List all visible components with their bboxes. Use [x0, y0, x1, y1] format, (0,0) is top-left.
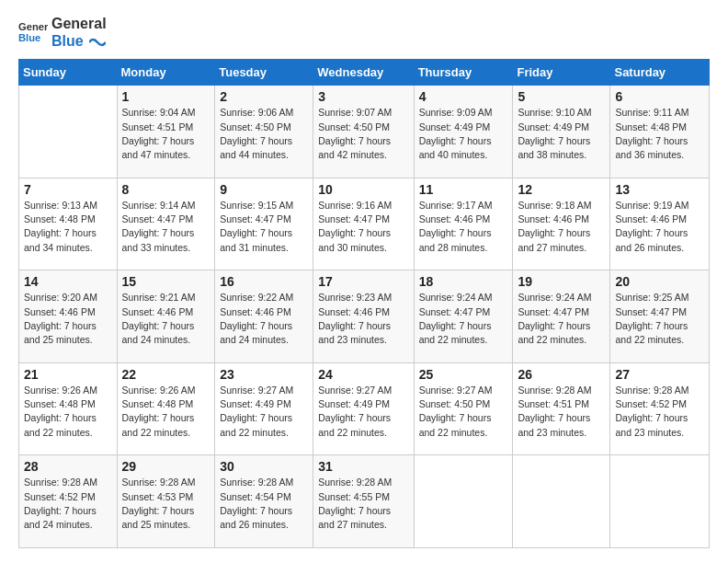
- logo-icon: General Blue: [18, 17, 48, 47]
- day-number: 30: [220, 459, 308, 474]
- calendar-header-row: SundayMondayTuesdayWednesdayThursdayFrid…: [19, 60, 710, 86]
- day-number: 17: [318, 274, 408, 289]
- calendar-cell: 3Sunrise: 9:07 AMSunset: 4:50 PMDaylight…: [313, 86, 414, 178]
- calendar-cell: [19, 86, 118, 178]
- col-header-thursday: Thursday: [414, 60, 513, 86]
- day-number: 15: [122, 274, 210, 289]
- day-info: Sunrise: 9:10 AMSunset: 4:49 PMDaylight:…: [518, 106, 605, 162]
- logo-blue: Blue: [51, 32, 107, 50]
- day-info: Sunrise: 9:27 AMSunset: 4:49 PMDaylight:…: [318, 384, 408, 440]
- day-info: Sunrise: 9:11 AMSunset: 4:48 PMDaylight:…: [615, 106, 704, 162]
- day-number: 20: [615, 274, 704, 289]
- day-info: Sunrise: 9:27 AMSunset: 4:50 PMDaylight:…: [419, 384, 508, 440]
- day-info: Sunrise: 9:18 AMSunset: 4:46 PMDaylight:…: [518, 199, 605, 255]
- day-info: Sunrise: 9:19 AMSunset: 4:46 PMDaylight:…: [615, 199, 704, 255]
- day-info: Sunrise: 9:17 AMSunset: 4:46 PMDaylight:…: [419, 199, 508, 255]
- calendar-cell: 17Sunrise: 9:23 AMSunset: 4:46 PMDayligh…: [313, 270, 414, 363]
- calendar-cell: 13Sunrise: 9:19 AMSunset: 4:46 PMDayligh…: [610, 178, 710, 270]
- day-number: 14: [24, 274, 112, 289]
- day-number: 8: [122, 182, 210, 197]
- calendar-cell: 27Sunrise: 9:28 AMSunset: 4:52 PMDayligh…: [610, 362, 710, 455]
- day-number: 31: [318, 459, 408, 474]
- calendar-cell: 10Sunrise: 9:16 AMSunset: 4:47 PMDayligh…: [313, 178, 414, 270]
- col-header-friday: Friday: [513, 60, 610, 86]
- day-number: 29: [122, 459, 210, 474]
- calendar-cell: 5Sunrise: 9:10 AMSunset: 4:49 PMDaylight…: [513, 86, 610, 178]
- day-info: Sunrise: 9:28 AMSunset: 4:53 PMDaylight:…: [122, 476, 210, 532]
- day-info: Sunrise: 9:21 AMSunset: 4:46 PMDaylight:…: [122, 291, 210, 347]
- calendar-cell: 19Sunrise: 9:24 AMSunset: 4:47 PMDayligh…: [513, 270, 610, 363]
- day-info: Sunrise: 9:09 AMSunset: 4:49 PMDaylight:…: [419, 106, 508, 162]
- calendar-cell: 7Sunrise: 9:13 AMSunset: 4:48 PMDaylight…: [19, 178, 118, 270]
- col-header-saturday: Saturday: [610, 60, 710, 86]
- day-number: 26: [518, 367, 605, 382]
- day-info: Sunrise: 9:28 AMSunset: 4:54 PMDaylight:…: [220, 476, 308, 532]
- day-number: 18: [419, 274, 508, 289]
- calendar-cell: 23Sunrise: 9:27 AMSunset: 4:49 PMDayligh…: [215, 362, 313, 455]
- day-info: Sunrise: 9:28 AMSunset: 4:52 PMDaylight:…: [24, 476, 112, 532]
- calendar-cell: 11Sunrise: 9:17 AMSunset: 4:46 PMDayligh…: [414, 178, 513, 270]
- day-info: Sunrise: 9:26 AMSunset: 4:48 PMDaylight:…: [24, 384, 112, 440]
- day-number: 13: [615, 182, 704, 197]
- calendar-cell: 25Sunrise: 9:27 AMSunset: 4:50 PMDayligh…: [414, 362, 513, 455]
- page: General Blue General Blue SundayMondayTu…: [0, 0, 728, 563]
- calendar-cell: 1Sunrise: 9:04 AMSunset: 4:51 PMDaylight…: [117, 86, 215, 178]
- calendar-cell: 22Sunrise: 9:26 AMSunset: 4:48 PMDayligh…: [117, 362, 215, 455]
- logo-general: General: [51, 15, 107, 32]
- day-number: 12: [518, 182, 605, 197]
- day-info: Sunrise: 9:13 AMSunset: 4:48 PMDaylight:…: [24, 199, 112, 255]
- day-info: Sunrise: 9:28 AMSunset: 4:51 PMDaylight:…: [518, 384, 605, 440]
- day-number: 27: [615, 367, 704, 382]
- calendar-cell: 21Sunrise: 9:26 AMSunset: 4:48 PMDayligh…: [19, 362, 118, 455]
- col-header-wednesday: Wednesday: [313, 60, 414, 86]
- col-header-monday: Monday: [117, 60, 215, 86]
- col-header-tuesday: Tuesday: [215, 60, 313, 86]
- day-number: 11: [419, 182, 508, 197]
- calendar-cell: 28Sunrise: 9:28 AMSunset: 4:52 PMDayligh…: [19, 455, 118, 548]
- day-number: 22: [122, 367, 210, 382]
- day-info: Sunrise: 9:25 AMSunset: 4:47 PMDaylight:…: [615, 291, 704, 347]
- day-info: Sunrise: 9:23 AMSunset: 4:46 PMDaylight:…: [318, 291, 408, 347]
- week-row-0: 1Sunrise: 9:04 AMSunset: 4:51 PMDaylight…: [19, 86, 710, 178]
- day-info: Sunrise: 9:20 AMSunset: 4:46 PMDaylight:…: [24, 291, 112, 347]
- week-row-1: 7Sunrise: 9:13 AMSunset: 4:48 PMDaylight…: [19, 178, 710, 270]
- calendar-cell: 29Sunrise: 9:28 AMSunset: 4:53 PMDayligh…: [117, 455, 215, 548]
- day-number: 16: [220, 274, 308, 289]
- day-info: Sunrise: 9:28 AMSunset: 4:55 PMDaylight:…: [318, 476, 408, 532]
- logo-wave-icon: [89, 37, 106, 48]
- calendar-cell: 15Sunrise: 9:21 AMSunset: 4:46 PMDayligh…: [117, 270, 215, 363]
- day-number: 24: [318, 367, 408, 382]
- calendar-cell: 9Sunrise: 9:15 AMSunset: 4:47 PMDaylight…: [215, 178, 313, 270]
- day-info: Sunrise: 9:07 AMSunset: 4:50 PMDaylight:…: [318, 106, 408, 162]
- calendar-cell: 8Sunrise: 9:14 AMSunset: 4:47 PMDaylight…: [117, 178, 215, 270]
- day-number: 9: [220, 182, 308, 197]
- day-info: Sunrise: 9:27 AMSunset: 4:49 PMDaylight:…: [220, 384, 308, 440]
- day-info: Sunrise: 9:06 AMSunset: 4:50 PMDaylight:…: [220, 106, 308, 162]
- day-info: Sunrise: 9:24 AMSunset: 4:47 PMDaylight:…: [419, 291, 508, 347]
- calendar-cell: 26Sunrise: 9:28 AMSunset: 4:51 PMDayligh…: [513, 362, 610, 455]
- day-number: 4: [419, 89, 508, 104]
- calendar-cell: 12Sunrise: 9:18 AMSunset: 4:46 PMDayligh…: [513, 178, 610, 270]
- header: General Blue General Blue: [18, 15, 710, 50]
- logo: General Blue General Blue: [18, 15, 107, 50]
- svg-text:General: General: [18, 22, 48, 33]
- week-row-4: 28Sunrise: 9:28 AMSunset: 4:52 PMDayligh…: [19, 455, 710, 548]
- day-number: 25: [419, 367, 508, 382]
- calendar-cell: 14Sunrise: 9:20 AMSunset: 4:46 PMDayligh…: [19, 270, 118, 363]
- day-info: Sunrise: 9:15 AMSunset: 4:47 PMDaylight:…: [220, 199, 308, 255]
- day-number: 2: [220, 89, 308, 104]
- day-info: Sunrise: 9:26 AMSunset: 4:48 PMDaylight:…: [122, 384, 210, 440]
- calendar-cell: [513, 455, 610, 548]
- day-number: 5: [518, 89, 605, 104]
- day-number: 1: [122, 89, 210, 104]
- calendar-cell: 20Sunrise: 9:25 AMSunset: 4:47 PMDayligh…: [610, 270, 710, 363]
- calendar-cell: 30Sunrise: 9:28 AMSunset: 4:54 PMDayligh…: [215, 455, 313, 548]
- calendar-cell: 16Sunrise: 9:22 AMSunset: 4:46 PMDayligh…: [215, 270, 313, 363]
- day-info: Sunrise: 9:14 AMSunset: 4:47 PMDaylight:…: [122, 199, 210, 255]
- day-info: Sunrise: 9:28 AMSunset: 4:52 PMDaylight:…: [615, 384, 704, 440]
- calendar-cell: 31Sunrise: 9:28 AMSunset: 4:55 PMDayligh…: [313, 455, 414, 548]
- calendar-cell: 2Sunrise: 9:06 AMSunset: 4:50 PMDaylight…: [215, 86, 313, 178]
- day-number: 28: [24, 459, 112, 474]
- day-number: 10: [318, 182, 408, 197]
- day-number: 21: [24, 367, 112, 382]
